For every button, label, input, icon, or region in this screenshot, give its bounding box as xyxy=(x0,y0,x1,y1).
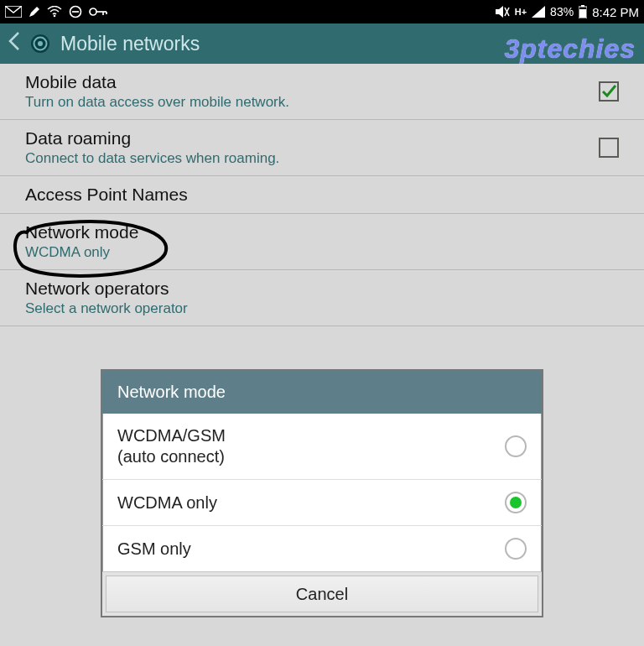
back-icon[interactable] xyxy=(8,32,20,55)
svg-rect-12 xyxy=(579,9,586,18)
option-label: GSM only xyxy=(117,539,505,560)
setting-title: Mobile data xyxy=(25,72,599,92)
status-bar: H+ 83% 8:42 PM xyxy=(0,0,644,23)
mute-icon xyxy=(495,5,510,18)
radio-unselected[interactable] xyxy=(505,435,527,457)
svg-point-1 xyxy=(54,15,56,18)
setting-title: Network operators xyxy=(25,279,619,299)
header: Mobile networks xyxy=(0,23,644,64)
key-icon xyxy=(89,7,107,17)
setting-title: Access Point Names xyxy=(25,185,619,205)
clock: 8:42 PM xyxy=(592,5,639,19)
battery-pct: 83% xyxy=(550,5,574,18)
radio-selected[interactable] xyxy=(505,492,527,513)
signal-icon xyxy=(532,6,545,18)
pencil-icon xyxy=(29,6,40,18)
setting-sub: Select a network operator xyxy=(25,300,619,317)
option-gsm-only[interactable]: GSM only xyxy=(102,526,542,571)
setting-mobile-data[interactable]: Mobile data Turn on data access over mob… xyxy=(0,64,644,120)
option-label: WCDMA only xyxy=(117,492,505,513)
setting-network-mode[interactable]: Network mode WCDMA only xyxy=(0,214,644,270)
setting-network-operators[interactable]: Network operators Select a network opera… xyxy=(0,270,644,326)
data-type-text: H+ xyxy=(515,7,527,17)
svg-point-15 xyxy=(38,41,43,46)
option-wcdma-only[interactable]: WCDMA only xyxy=(102,480,542,526)
svg-point-4 xyxy=(90,8,96,15)
battery-icon xyxy=(579,5,587,18)
cancel-button[interactable]: Cancel xyxy=(106,576,538,612)
setting-title: Data roaming xyxy=(25,128,599,148)
wifi-icon xyxy=(47,6,62,18)
dnd-icon xyxy=(69,5,82,18)
mail-icon xyxy=(5,6,22,18)
checkbox-checked[interactable] xyxy=(599,81,619,102)
radio-unselected[interactable] xyxy=(505,538,527,560)
setting-sub: WCDMA only xyxy=(25,244,619,261)
gear-icon xyxy=(29,32,52,55)
setting-title: Network mode xyxy=(25,222,619,242)
dialog-title: Network mode xyxy=(102,371,542,414)
setting-data-roaming[interactable]: Data roaming Connect to data services wh… xyxy=(0,120,644,176)
setting-sub: Turn on data access over mobile network. xyxy=(25,94,599,111)
option-label: WCDMA/GSM (auto connect) xyxy=(117,425,505,467)
checkbox-unchecked[interactable] xyxy=(599,138,619,158)
settings-list: Mobile data Turn on data access over mob… xyxy=(0,64,644,326)
network-mode-dialog: Network mode WCDMA/GSM (auto connect) WC… xyxy=(101,369,543,617)
dialog-footer: Cancel xyxy=(102,571,542,616)
page-title: Mobile networks xyxy=(60,33,200,55)
setting-sub: Connect to data services when roaming. xyxy=(25,150,599,167)
option-wcdma-gsm[interactable]: WCDMA/GSM (auto connect) xyxy=(102,414,542,480)
setting-apn[interactable]: Access Point Names xyxy=(0,176,644,214)
